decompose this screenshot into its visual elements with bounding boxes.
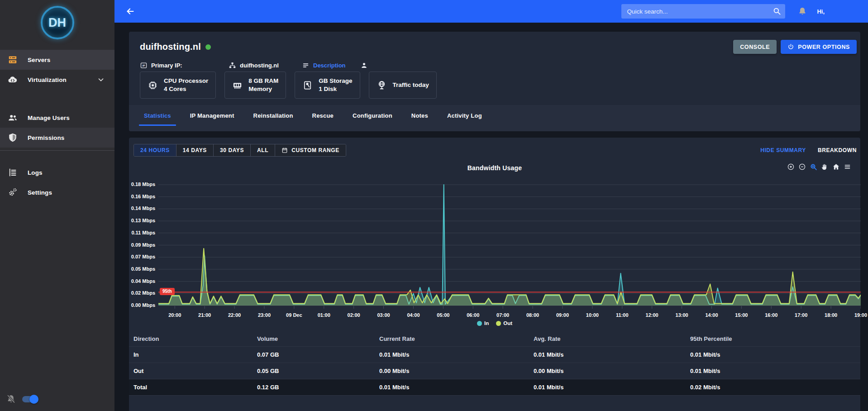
primary-ip: IP Primary IP: [140, 62, 229, 69]
chart-controls-row: 24 HOURS14 DAYS30 DAYSALLCUSTOM RANGE HI… [134, 144, 857, 157]
theme-toggle[interactable] [22, 396, 38, 402]
summary-column-header: Volume [257, 335, 379, 342]
legend-item-in[interactable]: In [477, 320, 489, 326]
range-button-label: ALL [257, 147, 268, 153]
range-button-all[interactable]: ALL [251, 144, 275, 156]
sidebar-bottom [0, 394, 114, 411]
range-button-24-hours[interactable]: 24 HOURS [134, 144, 176, 156]
sidebar-item-label: Permissions [28, 134, 64, 141]
y-axis-tick-label: 0.04 Mbps [129, 278, 155, 284]
breakdown-button[interactable]: BREAKDOWN [818, 147, 857, 153]
y-axis-tick-label: 0.14 Mbps [129, 206, 155, 211]
tab-configuration[interactable]: Configuration [343, 105, 402, 126]
hostname: duifhosting.nl [229, 62, 292, 69]
summary-column-header: Avg. Rate [534, 335, 690, 342]
summary-table-header: DirectionVolumeCurrent RateAvg. Rate95th… [129, 331, 860, 347]
x-axis-tick-label: 19:00 [854, 312, 867, 318]
description-icon [302, 62, 310, 69]
controls-right: HIDE SUMMARY BREAKDOWN [760, 147, 857, 153]
search-icon[interactable] [773, 7, 781, 15]
summary-table: DirectionVolumeCurrent RateAvg. Rate95th… [129, 331, 860, 396]
summary-value-cell: 0.01 Mbit/s [534, 384, 690, 391]
tab-statistics[interactable]: Statistics [134, 105, 181, 126]
power-icon [787, 43, 794, 50]
manage-users-icon [8, 113, 18, 123]
owner[interactable] [360, 62, 368, 69]
nav-spacer [0, 90, 114, 108]
range-button-label: 14 DAYS [183, 147, 207, 153]
summary-value-cell: 0.00 Mbit/s [379, 368, 534, 374]
search-input[interactable] [621, 4, 785, 19]
person-icon [360, 62, 368, 69]
logo[interactable]: DH [41, 6, 74, 39]
legend-label: In [484, 320, 489, 326]
x-axis-tick-label: 02:00 [348, 312, 360, 318]
tab-ip-management[interactable]: IP Management [181, 105, 244, 126]
chart-toolbar [787, 163, 851, 171]
tab-activity-log[interactable]: Activity Log [438, 105, 491, 126]
bell-icon[interactable] [798, 7, 807, 16]
y-axis-tick-label: 0.05 Mbps [129, 266, 155, 272]
tab-notes[interactable]: Notes [402, 105, 438, 126]
sidebar-item-logs[interactable]: Logs [0, 162, 114, 182]
spec-card-traffic-today: Traffic today [369, 72, 437, 99]
x-axis-tick-label: 15:00 [735, 312, 748, 318]
range-button-30-days[interactable]: 30 DAYS [214, 144, 251, 156]
sidebar-item-servers[interactable]: Servers [0, 50, 114, 70]
status-dot [205, 44, 211, 50]
summary-direction-cell: Total [134, 384, 257, 391]
summary-column-header: Direction [134, 335, 257, 342]
summary-value-cell: 0.01 Mbit/s [690, 351, 860, 358]
sidebar-item-label: Virtualization [28, 76, 67, 83]
hide-summary-button[interactable]: HIDE SUMMARY [760, 147, 806, 153]
x-axis-tick-label: 01:00 [318, 312, 330, 318]
x-axis-tick-label: 05:00 [437, 312, 449, 318]
svg-text:IP: IP [143, 64, 145, 67]
x-axis-tick-label: 14:00 [705, 312, 718, 318]
sidebar-item-manage-users[interactable]: Manage Users [0, 108, 114, 128]
description-link[interactable]: Description [302, 62, 346, 69]
sidebar-item-settings[interactable]: Settings [0, 182, 114, 202]
logs-icon [8, 167, 18, 177]
spec-cards-row: CPU Processor4 Cores8 GB RAMMemoryGB Sto… [140, 72, 437, 99]
pan-icon[interactable] [821, 163, 829, 171]
zoom-in-icon[interactable] [787, 163, 795, 171]
home-icon[interactable] [832, 163, 840, 171]
zoom-select-icon[interactable] [810, 163, 817, 171]
power-options-button[interactable]: POWER OPTIONS [781, 40, 857, 54]
tab-reinstallation[interactable]: Reinstallation [244, 105, 303, 126]
x-axis-tick-label: 22:00 [228, 312, 241, 318]
menu-icon[interactable] [844, 163, 851, 171]
tab-rescue[interactable]: Rescue [303, 105, 343, 126]
zoom-out-icon[interactable] [798, 163, 806, 171]
x-axis-tick-label: 13:00 [676, 312, 688, 318]
y-axis-tick-label: 0.07 Mbps [129, 254, 155, 259]
range-button-14-days[interactable]: 14 DAYS [176, 144, 214, 156]
cpu-icon [148, 80, 158, 91]
greeting-text: Hi, [817, 8, 825, 15]
network-icon [229, 62, 236, 69]
y-axis-tick-label: 0.18 Mbps [129, 182, 155, 187]
back-arrow-icon[interactable] [125, 6, 135, 16]
toggle-knob [29, 395, 38, 404]
x-axis-tick-label: 08:00 [526, 312, 539, 318]
bandwidth-chart[interactable] [158, 181, 861, 314]
chevron-down-icon[interactable] [97, 76, 107, 84]
description-label[interactable]: Description [313, 62, 346, 69]
x-axis-tick-label: 10:00 [586, 312, 599, 318]
summary-value-cell: 0.01 Mbit/s [379, 351, 534, 358]
sidebar-item-permissions[interactable]: Permissions [0, 128, 114, 148]
spec-card-gb-storage: GB Storage1 Disk [295, 72, 360, 99]
logo-wrap: DH [0, 0, 114, 45]
summary-value-cell: 0.02 Mbit/s [690, 384, 860, 391]
spec-card-text: Traffic today [393, 81, 429, 89]
console-button[interactable]: CONSOLE [733, 40, 777, 54]
legend-item-out[interactable]: Out [496, 320, 512, 326]
y-axis-tick-label: 0.13 Mbps [129, 218, 155, 223]
notifications-off-icon[interactable] [6, 394, 16, 404]
sidebar-item-virtualization[interactable]: Virtualization [0, 70, 114, 90]
x-axis-tick-label: 04:00 [407, 312, 420, 318]
x-axis-tick-label: 09:00 [556, 312, 569, 318]
range-button-custom-range[interactable]: CUSTOM RANGE [275, 144, 346, 156]
x-axis-tick-label: 20:00 [168, 312, 181, 318]
